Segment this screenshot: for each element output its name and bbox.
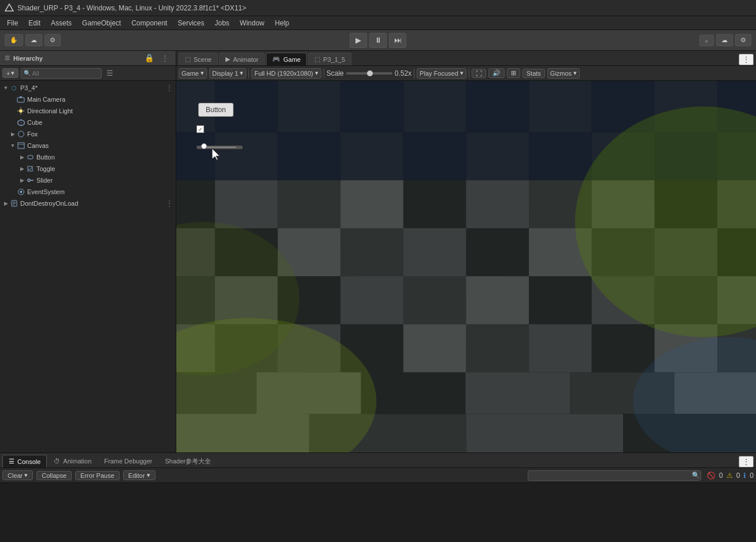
info-icon: ℹ xyxy=(743,472,746,480)
tree-item-cube[interactable]: Cube xyxy=(0,117,176,128)
tab-shader-ref[interactable]: Shader参考大全 xyxy=(159,455,216,467)
tree-item-directional-light[interactable]: Directional Light xyxy=(0,105,176,117)
bottom-panel-menu-button[interactable]: ⋮ xyxy=(739,456,754,467)
game-ui-toggle[interactable]: ✓ xyxy=(197,125,204,133)
game-viewport[interactable]: Button ✓ xyxy=(176,81,756,452)
tab-menu-button[interactable]: ⋮ xyxy=(739,54,754,65)
tree-item-button[interactable]: ▶ Button xyxy=(0,151,176,163)
cloud-sync-button[interactable]: ☁ xyxy=(716,34,733,46)
menu-file[interactable]: File xyxy=(2,18,23,28)
tree-icon-toggle xyxy=(25,164,35,173)
tree-item-dontdestroy[interactable]: ▶ DontDestroyOnLoad ⋮ xyxy=(0,198,176,209)
tab-frame-debugger[interactable]: Frame Debugger xyxy=(98,455,158,467)
tree-arrow-fox: ▶ xyxy=(9,131,16,137)
tree-item-main-camera[interactable]: Main Camera xyxy=(0,94,176,105)
menu-assets[interactable]: Assets xyxy=(46,18,76,28)
cloud-button[interactable]: ☁ xyxy=(25,34,42,46)
menu-services[interactable]: Services xyxy=(173,18,209,28)
hierarchy-search-input[interactable] xyxy=(21,68,102,79)
unity-logo-icon xyxy=(5,3,14,13)
tree-item-canvas[interactable]: ▼ Canvas xyxy=(0,140,176,151)
info-count: 0 xyxy=(750,472,754,480)
console-tab-icon: ☰ xyxy=(9,458,14,465)
collab-icon: ⬦ xyxy=(705,37,709,44)
menu-jobs[interactable]: Jobs xyxy=(210,18,234,28)
collapse-button[interactable]: Collapse xyxy=(36,471,72,480)
settings-icon: ⚙ xyxy=(740,36,746,44)
move-tool-button[interactable]: ✋ xyxy=(5,34,23,46)
clear-dropdown-icon: ▾ xyxy=(24,472,28,479)
tree-label-dontdestroy: DontDestroyOnLoad xyxy=(20,200,78,207)
tree-item-toggle[interactable]: ▶ Toggle xyxy=(0,163,176,175)
tree-label-fox: Fox xyxy=(27,131,38,138)
hierarchy-lock-button[interactable]: 🔒 xyxy=(142,53,157,63)
tree-item-fox[interactable]: ▶ Fox xyxy=(0,128,176,140)
tab-console[interactable]: ☰ Console xyxy=(2,455,47,467)
tree-item-eventsystem[interactable]: EventSystem xyxy=(0,186,176,198)
console-search-input[interactable] xyxy=(528,470,701,481)
svg-rect-94 xyxy=(340,81,403,132)
play-focused-label: Play Focused xyxy=(420,70,458,77)
play-controls: ▶ ⏸ ⏭ xyxy=(350,33,406,48)
resolution-label: Full HD (1920x1080) xyxy=(254,70,313,77)
hierarchy-menu-button[interactable]: ⋮ xyxy=(159,53,171,63)
maximize-button[interactable]: ⛶ xyxy=(472,69,486,78)
display-number-select[interactable]: Display 1 ▾ xyxy=(209,68,246,79)
hierarchy-filter-button[interactable]: ☰ xyxy=(104,68,116,78)
tab-p3-1-5[interactable]: ⬚ P3_1_5 xyxy=(308,53,351,65)
gizmos-select[interactable]: Gizmos ▾ xyxy=(547,68,580,79)
clear-button[interactable]: Clear ▾ xyxy=(2,470,33,480)
tree-arrow-canvas: ▼ xyxy=(9,143,16,149)
tree-icon-camera xyxy=(16,95,25,104)
tree-dots-p3-4[interactable]: ⋮ xyxy=(165,83,173,92)
menu-gameobject[interactable]: GameObject xyxy=(77,18,125,28)
menu-window[interactable]: Window xyxy=(235,18,269,28)
menu-edit[interactable]: Edit xyxy=(24,18,45,28)
play-button[interactable]: ▶ xyxy=(350,33,367,48)
tab-game[interactable]: 🎮 Game xyxy=(266,53,307,65)
toolbar-right: ⬦ ☁ ⚙ xyxy=(695,34,756,46)
step-button[interactable]: ⏭ xyxy=(389,33,406,48)
svg-rect-13 xyxy=(28,155,33,159)
title-bar: Shader_URP - P3_4 - Windows, Mac, Linux … xyxy=(0,0,756,16)
hierarchy-add-button[interactable]: + ▾ xyxy=(2,68,18,78)
hand-icon: ✋ xyxy=(10,36,18,44)
collab-button[interactable]: ⬦ xyxy=(699,35,714,46)
tab-animation[interactable]: ⏱ Animation xyxy=(48,455,97,467)
settings-button[interactable]: ⚙ xyxy=(45,34,61,46)
console-tab-label: Console xyxy=(17,458,40,465)
tree-item-slider[interactable]: ▶ Slider xyxy=(0,175,176,186)
tree-item-p3-4[interactable]: ▼ ⬡ P3_4* ⋮ xyxy=(0,82,176,94)
display-number-label: Display 1 xyxy=(212,70,238,77)
error-count: 0 xyxy=(719,472,723,480)
add-dropdown-icon: ▾ xyxy=(11,69,14,77)
tree-arrow-p3-4: ▼ xyxy=(2,85,9,91)
tree-dots-dontdestroy[interactable]: ⋮ xyxy=(165,199,173,208)
menu-bar: File Edit Assets GameObject Component Se… xyxy=(0,16,756,30)
console-search-icon: 🔍 xyxy=(692,472,700,479)
display-dropdown-icon: ▾ xyxy=(240,69,243,77)
bottom-tab-bar: ☰ Console ⏱ Animation Frame Debugger Sha… xyxy=(0,453,756,468)
play-focused-select[interactable]: Play Focused ▾ xyxy=(417,68,466,79)
resolution-select[interactable]: Full HD (1920x1080) ▾ xyxy=(251,68,321,79)
tree-arrow-slider: ▶ xyxy=(18,177,25,183)
grid-icon: ⊞ xyxy=(511,69,516,77)
pause-button[interactable]: ⏸ xyxy=(369,33,387,48)
svg-marker-0 xyxy=(5,4,13,11)
scale-slider[interactable] xyxy=(346,72,392,75)
svg-rect-96 xyxy=(466,81,529,132)
error-pause-button[interactable]: Error Pause xyxy=(75,471,120,480)
tree-label-eventsystem: EventSystem xyxy=(27,188,65,195)
game-ui-button[interactable]: Button xyxy=(198,103,234,117)
tree-icon-light xyxy=(16,106,25,116)
game-display-select[interactable]: Game ▾ xyxy=(179,68,207,79)
stats-button[interactable]: Stats xyxy=(522,69,545,78)
grid-button[interactable]: ⊞ xyxy=(507,68,520,78)
editor-settings-button[interactable]: ⚙ xyxy=(735,34,751,46)
menu-help[interactable]: Help xyxy=(270,18,294,28)
editor-button[interactable]: Editor ▾ xyxy=(123,470,155,480)
menu-component[interactable]: Component xyxy=(127,18,172,28)
tab-scene[interactable]: ⬚ Scene xyxy=(179,53,218,65)
tab-animator[interactable]: ▶ Animator xyxy=(219,53,265,65)
audio-button[interactable]: 🔊 xyxy=(488,68,505,78)
